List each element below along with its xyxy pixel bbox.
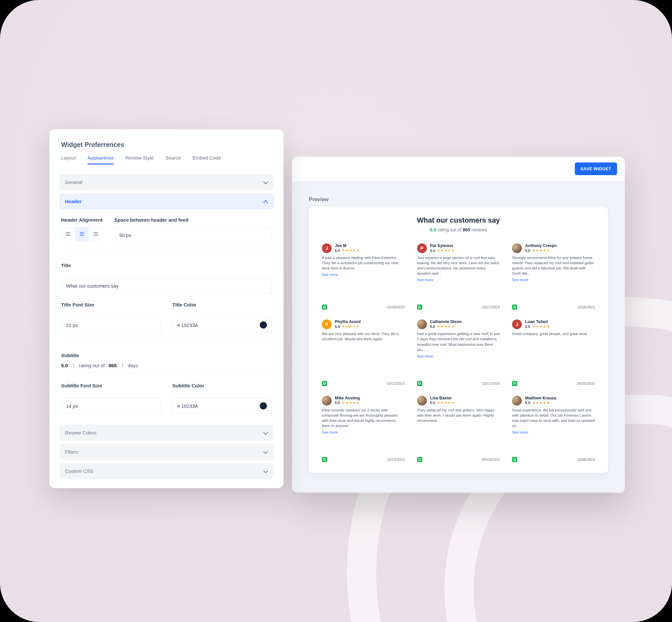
input-value: 50 px [119,232,131,238]
align-left-icon [65,231,71,237]
input-value: 22 px [66,322,78,328]
reviews-grid: JJoe M5.0★★★★★It was a pleasure dealing … [318,240,599,465]
divider [61,343,272,343]
save-widget-button[interactable]: SAVE WIDGET [575,163,617,175]
align-center-button[interactable] [75,228,89,241]
avatar: J [512,319,522,329]
review-text: Joni repaired a large section on a roof … [417,255,500,276]
subtitle-rating-value[interactable]: 5.0 [61,363,68,368]
review-date: 10/06/2023 [577,457,595,461]
space-input[interactable]: 50 px [114,227,272,243]
field-space: Space between header and feed 50 px [114,217,272,243]
reviewer-name: Calliannie Dixon [430,319,462,324]
see-more-link[interactable]: See more [512,278,595,282]
input-value: # 19233A [177,403,198,409]
review-score: 5.0 [335,249,340,252]
accordion-label: Filters [65,449,78,455]
field-title-font-size: Title Font Size 22 px [61,302,161,333]
avatar: J [322,243,332,253]
divider [61,252,272,253]
tab-review-style[interactable]: Review Style [126,155,154,164]
see-more-link[interactable]: See more [512,430,595,434]
align-left-button[interactable] [62,228,75,241]
label-title: Title [61,263,272,268]
align-center-icon [79,231,85,237]
review-text: It was a pleasure dealing with Kline Ext… [322,255,405,271]
reviewer-name: Matthew Krauza [525,396,556,401]
title-input[interactable]: What our customers say [61,278,272,293]
accordion-header[interactable]: Header [59,193,274,209]
panel-title: Widget Preferrences [49,141,283,155]
review-date: 10/21/2023 [482,382,500,385]
tab-source[interactable]: Source [166,155,181,164]
review-score: 5.0 [335,325,340,329]
color-swatch[interactable] [260,402,267,410]
review-card: PPhyllis Acord5.0★★★★★We are very please… [318,316,409,389]
review-text: Great experience, did job exceptionally … [512,408,595,428]
chevron-down-icon [263,430,268,435]
see-more-link[interactable]: See more [322,273,405,277]
avatar: P [417,243,427,253]
color-swatch[interactable] [260,321,267,329]
avatar [322,396,332,406]
label-space: Space between header and feed [114,217,272,222]
see-more-link[interactable]: See more [322,430,405,434]
see-more-link[interactable]: See more [417,278,500,282]
subtitle-count-value[interactable]: 865 [109,363,117,368]
stars-icon: ★★★★★ [437,401,455,405]
input-value: # 19233A [177,322,198,328]
stepper-icon[interactable]: ▲▼ [72,363,75,368]
reviewer-name: Phyllis Acord [335,319,361,324]
review-text: Strongly recommend Kline for any exterio… [512,255,595,276]
review-date: 10/27/2023 [482,305,500,309]
title-font-size-input[interactable]: 22 px [61,317,161,333]
subtitle-composer: 5.0 ▲▼ rating out of 865 ▲▼ days [61,363,272,373]
accordion-label: General [65,179,82,185]
reviewer-name: Anthony Crespo [525,243,557,248]
source-badge: G [322,381,327,386]
stepper-icon[interactable]: ▲▼ [121,363,124,368]
review-text: Had a great experience gettting a new ro… [417,331,500,352]
accordion-custom-css[interactable]: Custom CSS [59,463,274,479]
review-card: JJoe M5.0★★★★★It was a pleasure dealing … [318,240,409,313]
accordion-general[interactable]: General [59,174,274,190]
review-score: 5.0 [525,401,530,405]
subtitle-color-input[interactable]: # 19233A [172,398,272,414]
widget-title: What our customers say [318,216,599,224]
preview-card: SAVE WIDGET Preview What our customers s… [292,157,625,493]
field-header-alignment: Header Alignment [61,217,103,241]
avatar [512,396,522,406]
tab-appearance[interactable]: Appearence [88,155,114,164]
review-date: 10/13/2023 [387,457,405,461]
reviewer-name: Joe M [335,243,360,248]
accordion-filters[interactable]: Filters [59,444,274,460]
app-background: Widget Preferrences Layout Appearence Re… [0,0,672,622]
subtitle-font-size-input[interactable]: 14 px [61,398,161,414]
source-badge: G [512,381,517,386]
review-date: 09/18/2023 [482,457,500,461]
preview-toolbar: SAVE WIDGET [292,157,625,181]
align-right-button[interactable] [89,228,102,241]
rating-value: 5.0 [430,227,436,232]
review-widget: What our customers say 5.0 rating out of… [309,206,608,473]
tab-embed-code[interactable]: Embed Code [193,155,221,164]
accordion-review-colors[interactable]: Review Colors [59,425,274,441]
widget-subtitle: 5.0 rating out of 865 reviews [318,227,599,232]
stars-icon: ★★★★★ [342,248,360,252]
label-subtitle-color: Subtitle Color [172,383,272,388]
stars-icon: ★★★★★ [532,248,550,252]
avatar [417,319,427,329]
see-more-link[interactable]: See more [417,354,500,358]
subtitle-text: rating out of [79,363,105,368]
review-date: 10/30/2023 [387,305,405,309]
tab-layout[interactable]: Layout [61,155,76,164]
reviewer-name: Mike Austing [335,396,360,401]
label-header-alignment: Header Alignment [61,217,103,222]
review-card: JLuan Tufani5.0★★★★★Great company, great… [508,316,599,389]
reviewer-name: Lisa Baxter [430,396,455,401]
review-text: Great company, great people, and great w… [512,331,595,336]
title-color-input[interactable]: # 19233A [172,317,272,333]
review-card: PPat Symons5.0★★★★★Joni repaired a large… [413,240,504,313]
field-subtitle-color: Subtitle Color # 19233A [172,383,272,414]
widget-header: What our customers say 5.0 rating out of… [318,216,599,232]
